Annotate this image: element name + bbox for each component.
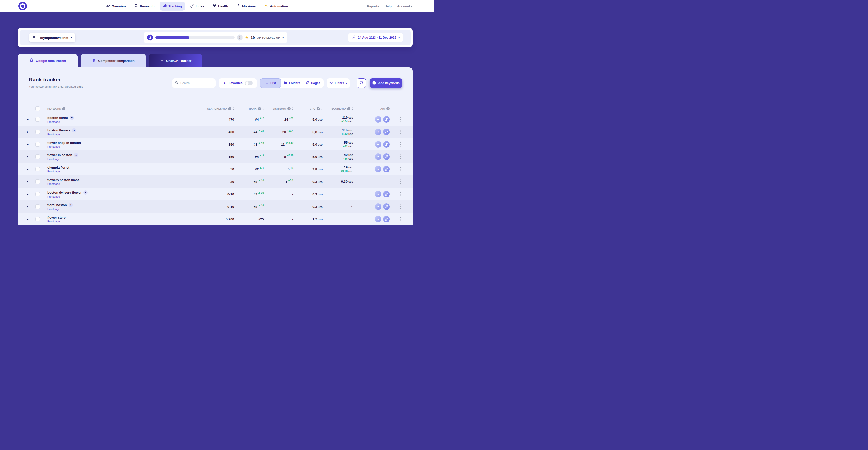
tab-google-rank-tracker[interactable]: Google rank tracker xyxy=(18,54,78,67)
toggle-switch[interactable] xyxy=(245,81,253,86)
aio-link-button[interactable] xyxy=(383,116,390,123)
keyword-link[interactable]: boston delivery flower xyxy=(47,190,82,194)
keyword-link[interactable]: olympia florist xyxy=(47,166,69,170)
nav-label: Health xyxy=(218,4,228,8)
expand-caret-icon[interactable]: ▶ xyxy=(27,180,33,183)
reports-link[interactable]: Reports xyxy=(367,4,379,8)
view-list[interactable]: List xyxy=(260,79,281,88)
expand-caret-icon[interactable]: ▶ xyxy=(27,143,33,146)
row-menu-kebab[interactable] xyxy=(400,129,401,134)
col-visits[interactable]: VISITS/MO? xyxy=(264,107,293,110)
keyword-link[interactable]: boston florist xyxy=(47,116,68,120)
help-icon[interactable]: ? xyxy=(347,107,350,110)
aio-link-button[interactable] xyxy=(383,203,390,210)
row-menu-kebab[interactable] xyxy=(400,179,401,184)
row-checkbox[interactable] xyxy=(35,192,40,196)
expand-caret-icon[interactable]: ▶ xyxy=(27,118,33,121)
aio-sparkle-button[interactable]: ✦ xyxy=(375,153,381,160)
view-folders[interactable]: Folders xyxy=(281,79,302,88)
favorites-toggle[interactable]: ★ Favorites xyxy=(219,79,257,88)
col-cpc[interactable]: CPC? xyxy=(293,107,323,110)
col-rank[interactable]: RANK? xyxy=(234,107,264,110)
tab-chatgpt-tracker[interactable]: ChatGPT tracker xyxy=(149,54,203,67)
row-checkbox[interactable] xyxy=(35,217,40,221)
aio-link-button[interactable] xyxy=(383,216,390,222)
account-menu[interactable]: Account ▾ xyxy=(397,4,412,8)
keyword-link[interactable]: flowers boston mass xyxy=(47,178,80,182)
nav-item-links[interactable]: Links xyxy=(187,2,208,11)
expand-caret-icon[interactable]: ▶ xyxy=(27,193,33,196)
row-checkbox[interactable] xyxy=(35,167,40,172)
aio-link-button[interactable] xyxy=(383,153,390,160)
keyword-link[interactable]: flower store xyxy=(47,215,66,219)
nav-item-overview[interactable]: Overview xyxy=(102,2,129,11)
calendar-icon xyxy=(351,35,355,40)
select-all-checkbox[interactable] xyxy=(35,107,40,111)
add-keywords-button[interactable]: Add keywords xyxy=(370,79,402,88)
expand-caret-icon[interactable]: ▶ xyxy=(27,130,33,133)
expand-caret-icon[interactable]: ▶ xyxy=(27,205,33,208)
row-menu-kebab[interactable] xyxy=(400,117,401,122)
row-checkbox[interactable] xyxy=(35,204,40,209)
keyword-link[interactable]: boston flowers xyxy=(47,128,70,132)
tab-competitor-comparison[interactable]: Competitor comparison xyxy=(81,54,146,67)
aio-sparkle-button[interactable]: ✦ xyxy=(375,128,381,135)
expand-caret-icon[interactable]: ▶ xyxy=(27,168,33,171)
row-checkbox[interactable] xyxy=(35,129,40,134)
nav-item-missions[interactable]: Missions xyxy=(233,2,259,11)
favorite-star-badge[interactable]: ★ xyxy=(69,203,73,207)
help-icon[interactable]: ? xyxy=(317,107,320,110)
row-menu-kebab[interactable] xyxy=(400,142,401,147)
row-menu-kebab[interactable] xyxy=(400,204,401,209)
row-checkbox[interactable] xyxy=(35,142,40,147)
help-icon[interactable]: ? xyxy=(228,107,231,110)
row-menu-kebab[interactable] xyxy=(400,217,401,221)
help-link[interactable]: Help xyxy=(385,4,392,8)
aio-link-button[interactable] xyxy=(383,166,390,173)
nav-item-health[interactable]: Health xyxy=(209,2,231,11)
expand-caret-icon[interactable]: ▶ xyxy=(27,155,33,158)
chevron-down-icon[interactable]: ▾ xyxy=(282,36,284,39)
date-range-picker[interactable]: 24 Aug 2023 - 11 Dec 2025 ▾ xyxy=(348,33,403,42)
nav-item-tracking[interactable]: Tracking xyxy=(160,2,185,11)
row-checkbox[interactable] xyxy=(35,154,40,159)
aio-sparkle-button[interactable]: ✦ xyxy=(375,203,381,210)
aio-sparkle-button[interactable]: ✦ xyxy=(375,141,381,148)
row-menu-kebab[interactable] xyxy=(400,154,401,159)
help-icon[interactable]: ? xyxy=(258,107,261,110)
aio-link-button[interactable] xyxy=(383,141,390,148)
row-checkbox[interactable] xyxy=(35,179,40,184)
col-searches[interactable]: SEARCHES/MO? xyxy=(204,107,234,110)
aio-sparkle-button[interactable]: ✦ xyxy=(375,191,381,197)
row-menu-kebab[interactable] xyxy=(400,167,401,172)
nav-item-research[interactable]: Research xyxy=(131,2,158,11)
favorite-star-badge[interactable]: ★ xyxy=(72,128,76,132)
favorite-star-badge[interactable]: ★ xyxy=(74,153,78,157)
view-pages[interactable]: Pages xyxy=(303,79,324,88)
refresh-button[interactable] xyxy=(356,79,366,88)
favorite-star-badge[interactable]: ★ xyxy=(84,190,88,194)
aio-link-button[interactable] xyxy=(383,128,390,135)
help-icon[interactable]: ? xyxy=(287,107,290,110)
keyword-link[interactable]: floral boston xyxy=(47,203,67,207)
rank-cell: #3 13 xyxy=(234,143,264,146)
aio-sparkle-button[interactable]: ✦ xyxy=(375,166,381,173)
keyword-link[interactable]: flower in boston xyxy=(47,153,72,157)
row-menu-kebab[interactable] xyxy=(400,192,401,196)
domain-selector[interactable]: olympiaflower.net ▾ xyxy=(29,33,75,42)
aio-sparkle-button[interactable]: ✦ xyxy=(375,116,381,123)
aio-sparkle-button[interactable]: ✦ xyxy=(375,216,381,222)
expand-caret-icon[interactable]: ▶ xyxy=(27,218,33,220)
search-input[interactable] xyxy=(180,82,210,85)
filters-button[interactable]: Filters ▾ xyxy=(327,79,350,88)
nav-item-automation[interactable]: Automation xyxy=(261,2,291,11)
row-checkbox[interactable] xyxy=(35,117,40,122)
aio-link-button[interactable] xyxy=(383,191,390,197)
morningscore-logo[interactable] xyxy=(19,2,27,10)
keyword-link[interactable]: flower shop in boston xyxy=(47,141,81,145)
help-icon[interactable]: ? xyxy=(62,107,65,110)
col-score[interactable]: SCORE/MO? xyxy=(323,107,353,110)
help-icon[interactable]: ? xyxy=(386,107,390,110)
favorite-star-badge[interactable]: ★ xyxy=(70,116,74,120)
score-cell: 119USD +104USD xyxy=(323,115,353,123)
